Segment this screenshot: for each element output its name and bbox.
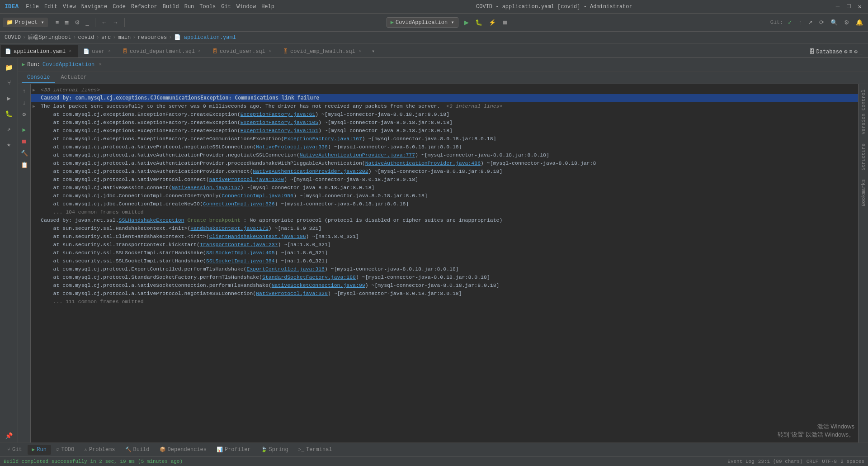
- bottom-tab-build[interactable]: 🔨 Build: [121, 445, 154, 455]
- bottom-tab-spring[interactable]: 🍃 Spring: [256, 445, 293, 455]
- run-ctrl-scroll-up[interactable]: ↑: [19, 86, 29, 96]
- git-checkmark[interactable]: ✓: [785, 18, 795, 27]
- close-button[interactable]: ✕: [856, 3, 863, 10]
- toolbar-btn-layout[interactable]: ≡: [53, 18, 61, 27]
- database-panel-toggle[interactable]: 🗄 Database ⚙ ≡ ⚙ _: [804, 46, 868, 57]
- run-button[interactable]: ▶: [462, 18, 471, 27]
- menu-tools[interactable]: Tools: [199, 4, 216, 10]
- toolbar-btn-layout2[interactable]: ≣: [62, 18, 71, 27]
- menu-edit[interactable]: Edit: [44, 4, 57, 10]
- run-header-close[interactable]: ×: [99, 62, 102, 68]
- link-ExportControlled316[interactable]: ExportControlled.java:316: [246, 266, 325, 272]
- right-panel-version-control[interactable]: Version Control: [860, 87, 867, 137]
- run-header-name[interactable]: CovidApplication: [42, 62, 94, 68]
- minimize-button[interactable]: ─: [834, 3, 841, 10]
- link-ExceptionFactory167[interactable]: ExceptionFactory.java:167: [284, 136, 362, 142]
- toolbar-btn-settings[interactable]: ⚙: [72, 18, 82, 27]
- console-tab-actuator[interactable]: Actuator: [55, 72, 92, 83]
- maximize-button[interactable]: □: [845, 3, 852, 10]
- bottom-tab-git[interactable]: ⑂ Git: [3, 445, 27, 455]
- link-ClientHandshake106[interactable]: ClientHandshakeContext.java:106: [209, 233, 306, 239]
- link-NativeProtocol1340[interactable]: NativeProtocol.java:1340: [209, 176, 284, 182]
- run-configuration[interactable]: ▶ CovidApplication ▾: [387, 17, 458, 28]
- cursor-position[interactable]: 23:1 (89 chars): [758, 459, 803, 464]
- link-NativeAuthProv777[interactable]: NativeAuthenticationProvider.java:777: [300, 152, 415, 158]
- right-panel-bookmarks[interactable]: Bookmarks: [860, 176, 867, 209]
- link-HandshakeContext171[interactable]: HandshakeContext.java:171: [190, 225, 269, 231]
- bottom-tab-dependencies[interactable]: 📦 Dependencies: [155, 445, 211, 455]
- sidebar-pin-icon[interactable]: 📌: [2, 429, 16, 442]
- project-selector[interactable]: 📁 Project ▾: [3, 18, 48, 27]
- right-panel-structure[interactable]: Structure: [860, 141, 867, 173]
- menu-code[interactable]: Code: [113, 4, 126, 10]
- menu-git[interactable]: Git: [221, 4, 231, 10]
- breadcrumb-main[interactable]: main: [118, 34, 131, 41]
- breadcrumb-current[interactable]: 📄 application.yaml: [174, 34, 236, 41]
- git-history[interactable]: ⟳: [817, 18, 826, 27]
- toolbar-btn-forward[interactable]: →: [110, 18, 121, 27]
- link-NativeSocketConnection99[interactable]: NativeSocketConnection.java:99: [272, 282, 365, 288]
- menu-view[interactable]: View: [63, 4, 76, 10]
- tab-close-user[interactable]: ×: [107, 48, 112, 54]
- create-breakpoint[interactable]: Create breakpoint: [187, 217, 240, 223]
- event-log-link[interactable]: Event Log: [727, 459, 754, 464]
- stop-button[interactable]: ⏹: [500, 18, 510, 27]
- breadcrumb-resources[interactable]: resources: [137, 34, 167, 41]
- link-StandardSocketFactory188[interactable]: StandardSocketFactory.java:188: [262, 274, 356, 280]
- menu-run[interactable]: Run: [184, 4, 194, 10]
- bottom-tab-problems[interactable]: ⚠ Problems: [80, 445, 119, 455]
- run-ctrl-run[interactable]: ▶: [19, 125, 29, 135]
- sidebar-project-icon[interactable]: 📁: [2, 61, 16, 74]
- console-line-error[interactable]: Caused by: com.mysql.cj.exceptions.CJCom…: [31, 94, 858, 102]
- link-NativeProtocol329[interactable]: NativeProtocol.java:329: [256, 290, 328, 296]
- breadcrumb-src[interactable]: src: [101, 34, 111, 41]
- sidebar-bookmarks-icon[interactable]: ★: [2, 138, 16, 151]
- run-ctrl-build[interactable]: 🔨: [19, 148, 29, 158]
- indent[interactable]: 2 spaces: [840, 459, 864, 464]
- menu-build[interactable]: Build: [163, 4, 179, 10]
- link-NativeSession157[interactable]: NativeSession.java:157: [172, 185, 241, 190]
- menu-window[interactable]: Window: [236, 4, 256, 10]
- tabs-more-button[interactable]: ▾: [368, 45, 378, 57]
- search-everywhere[interactable]: 🔍: [828, 18, 840, 27]
- breadcrumb-module[interactable]: 后端Springboot: [28, 33, 71, 41]
- debug-button[interactable]: 🐛: [473, 18, 485, 27]
- settings-btn[interactable]: ⚙: [842, 18, 852, 27]
- tab-close-cu[interactable]: ×: [268, 48, 272, 54]
- bottom-tab-terminal[interactable]: >_ Terminal: [294, 445, 337, 455]
- sidebar-run-icon[interactable]: ▶: [2, 91, 16, 105]
- menu-refactor[interactable]: Refactor: [131, 4, 157, 10]
- tab-covid-department[interactable]: 🗄 covid_department.sql ×: [118, 45, 208, 57]
- run-ctrl-stop[interactable]: ⏹: [19, 137, 29, 147]
- coverage-button[interactable]: ⚡: [486, 18, 498, 27]
- line-ending[interactable]: CRLF: [807, 459, 818, 464]
- git-update[interactable]: ↑: [797, 18, 804, 27]
- run-ctrl-settings[interactable]: ⚙: [19, 109, 29, 119]
- link-SSLSocketImpl384[interactable]: SSLSocketImpl.java:384: [206, 258, 275, 264]
- bottom-tab-todo[interactable]: ☑ TODO: [52, 445, 79, 455]
- link-SSLSocketImpl405[interactable]: SSLSocketImpl.java:405: [206, 250, 275, 256]
- bottom-tab-profiler[interactable]: 📊 Profiler: [212, 445, 255, 455]
- git-push[interactable]: ↗: [806, 18, 815, 27]
- tab-user[interactable]: 📄 user ×: [78, 45, 118, 57]
- notifications[interactable]: 🔔: [854, 18, 865, 27]
- tab-close-dept[interactable]: ×: [197, 48, 202, 54]
- tab-application-yaml[interactable]: 📄 application.yaml ×: [0, 45, 78, 57]
- tab-covid-emp[interactable]: 🗄 covid_emp_health.sql ×: [278, 45, 368, 57]
- encoding[interactable]: UTF-8: [822, 459, 837, 464]
- sidebar-debug-icon[interactable]: 🐛: [2, 107, 16, 120]
- menu-navigate[interactable]: Navigate: [81, 4, 108, 10]
- sidebar-commit-icon[interactable]: ⑂: [2, 76, 16, 90]
- link-SSLHandshakeException[interactable]: SSLHandshakeException: [119, 217, 184, 223]
- console-tab-console[interactable]: Console: [22, 72, 55, 83]
- toolbar-btn-back[interactable]: ←: [99, 18, 109, 27]
- toolbar-btn-minimize[interactable]: _: [83, 18, 91, 27]
- bottom-tab-run[interactable]: ▶ Run: [28, 445, 51, 455]
- link-TransportContext237[interactable]: TransportContext.java:237: [200, 242, 278, 247]
- run-ctrl-copy[interactable]: 📋: [19, 160, 29, 170]
- menu-help[interactable]: Help: [261, 4, 274, 10]
- link-ConnectionImpl826[interactable]: ConnectionImpl.java:826: [203, 201, 275, 207]
- tab-close-emp[interactable]: ×: [358, 48, 362, 54]
- sidebar-pullrequest-icon[interactable]: ↗: [2, 122, 16, 136]
- link-ConnectionImpl956[interactable]: ConnectionImpl.java:956: [222, 193, 293, 199]
